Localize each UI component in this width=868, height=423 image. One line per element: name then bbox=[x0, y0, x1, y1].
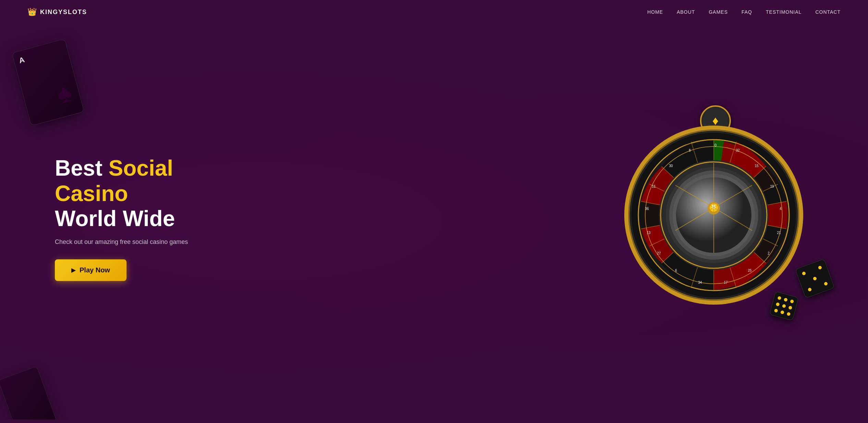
logo[interactable]: 👑 KINGYSLOTS bbox=[27, 8, 87, 16]
nav-link-faq[interactable]: FAQ bbox=[742, 9, 752, 15]
svg-text:6: 6 bbox=[675, 269, 677, 272]
svg-text:2: 2 bbox=[768, 251, 770, 255]
hero-content: Best Social Casino World Wide Check out … bbox=[55, 156, 233, 281]
hero-section: A ♠ Best Social Casino World Wide Check … bbox=[0, 24, 868, 420]
svg-text:19: 19 bbox=[770, 185, 774, 188]
svg-text:25: 25 bbox=[748, 269, 752, 272]
play-now-label: Play Now bbox=[80, 266, 110, 274]
svg-text:34: 34 bbox=[698, 281, 702, 284]
svg-text:32: 32 bbox=[736, 149, 740, 152]
crown-icon: 👑 bbox=[27, 8, 37, 16]
nav-link-games[interactable]: GAMES bbox=[709, 9, 728, 15]
nav-link-contact[interactable]: CONTACT bbox=[815, 9, 841, 15]
svg-text:27: 27 bbox=[657, 251, 661, 255]
play-now-button[interactable]: ▶ Play Now bbox=[55, 259, 126, 281]
card-decoration-bottom bbox=[0, 366, 57, 420]
nav-item-testimonial[interactable]: TESTIMONIAL bbox=[766, 9, 801, 15]
card-decoration-top: A ♠ bbox=[12, 39, 84, 126]
nav-links: HOME ABOUT GAMES FAQ TESTIMONIAL CONTACT bbox=[647, 9, 841, 15]
nav-item-faq[interactable]: FAQ bbox=[742, 9, 752, 15]
nav-link-testimonial[interactable]: TESTIMONIAL bbox=[766, 9, 801, 15]
svg-text:11: 11 bbox=[652, 185, 656, 188]
svg-text:17: 17 bbox=[724, 281, 728, 284]
svg-text:13: 13 bbox=[647, 231, 651, 235]
svg-text:30: 30 bbox=[669, 164, 673, 168]
nav-item-home[interactable]: HOME bbox=[647, 9, 663, 15]
nav-link-home[interactable]: HOME bbox=[647, 9, 663, 15]
svg-text:36: 36 bbox=[645, 207, 649, 211]
nav-link-about[interactable]: ABOUT bbox=[677, 9, 695, 15]
svg-text:4: 4 bbox=[780, 207, 782, 211]
nav-item-about[interactable]: ABOUT bbox=[677, 9, 695, 15]
svg-text:0: 0 bbox=[714, 143, 716, 147]
heading-part-1: Best bbox=[55, 156, 103, 180]
hero-visual: 0 32 15 19 4 21 2 25 17 34 6 27 13 36 11… bbox=[601, 102, 841, 335]
svg-text:8: 8 bbox=[689, 149, 691, 152]
nav-item-games[interactable]: GAMES bbox=[709, 9, 728, 15]
roulette-wheel: 0 32 15 19 4 21 2 25 17 34 6 27 13 36 11… bbox=[618, 119, 810, 311]
heading-part-2: World Wide bbox=[55, 206, 175, 231]
navbar: 👑 KINGYSLOTS HOME ABOUT GAMES FAQ TESTIM… bbox=[0, 0, 868, 24]
svg-text:15: 15 bbox=[755, 164, 759, 168]
play-icon: ▶ bbox=[71, 267, 75, 273]
nav-item-contact[interactable]: CONTACT bbox=[815, 9, 841, 15]
hero-subtext: Check out our amazing free social casino… bbox=[55, 238, 233, 246]
hero-heading: Best Social Casino World Wide bbox=[55, 156, 233, 232]
brand-name: KINGYSLOTS bbox=[40, 9, 87, 16]
svg-text:21: 21 bbox=[777, 231, 781, 235]
